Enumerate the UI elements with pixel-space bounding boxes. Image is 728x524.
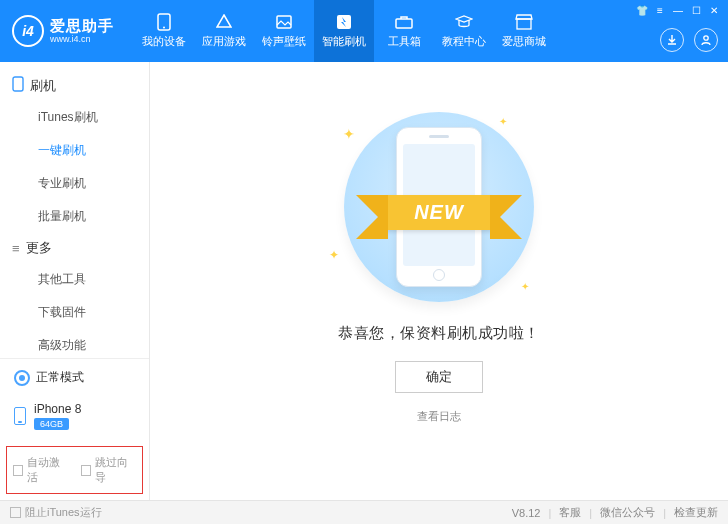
wallpaper-icon	[275, 13, 293, 31]
group-title: 更多	[26, 239, 52, 257]
device-icon	[155, 13, 173, 31]
confirm-button[interactable]: 确定	[395, 361, 483, 393]
checkbox-label: 自动激活	[27, 455, 68, 485]
sidebar-group-flash: 刷机	[0, 70, 149, 101]
nav-ringtones-wallpaper[interactable]: 铃声壁纸	[254, 0, 314, 62]
flash-options-box: 自动激活 跳过向导	[6, 446, 143, 494]
support-link[interactable]: 客服	[559, 505, 581, 520]
close-button[interactable]: ✕	[706, 2, 722, 18]
ribbon-text: NEW	[386, 195, 492, 230]
sparkle-icon: ✦	[499, 116, 507, 127]
nav-label: 智能刷机	[322, 34, 366, 49]
nav-toolbox[interactable]: 工具箱	[374, 0, 434, 62]
sparkle-icon: ✦	[329, 248, 339, 262]
checkbox-icon	[81, 465, 91, 476]
sidebar-item-pro-flash[interactable]: 专业刷机	[0, 167, 149, 200]
download-button[interactable]	[660, 28, 684, 52]
nav-my-device[interactable]: 我的设备	[134, 0, 194, 62]
mode-normal-icon	[14, 370, 30, 386]
sidebar-item-download-firmware[interactable]: 下载固件	[0, 296, 149, 329]
group-title: 刷机	[30, 77, 56, 95]
block-itunes-checkbox[interactable]: 阻止iTunes运行	[10, 505, 102, 520]
apps-icon	[215, 13, 233, 31]
nav-tutorial[interactable]: 教程中心	[434, 0, 494, 62]
svg-point-1	[163, 27, 165, 29]
more-icon: ≡	[12, 241, 20, 256]
nav-apps-games[interactable]: 应用游戏	[194, 0, 254, 62]
user-button[interactable]	[694, 28, 718, 52]
nav-smart-flash[interactable]: 智能刷机	[314, 0, 374, 62]
main-content: ✦ ✦ ✦ ✦ NEW 恭喜您，保资料刷机成功啦！ 确定 查看日志	[150, 62, 728, 500]
flash-icon	[335, 13, 353, 31]
checkbox-label: 阻止iTunes运行	[25, 505, 102, 520]
new-ribbon: NEW	[311, 190, 567, 234]
auto-activate-checkbox[interactable]: 自动激活	[13, 455, 69, 485]
nav-label: 工具箱	[388, 34, 421, 49]
window-controls: 👕 ≡ — ☐ ✕	[634, 2, 722, 18]
check-update-link[interactable]: 检查更新	[674, 505, 718, 520]
nav-label: 应用游戏	[202, 34, 246, 49]
sparkle-icon: ✦	[521, 281, 529, 292]
toolbox-icon	[395, 13, 413, 31]
device-row[interactable]: iPhone 8 64GB	[0, 396, 149, 440]
minimize-button[interactable]: —	[670, 2, 686, 18]
success-message: 恭喜您，保资料刷机成功啦！	[338, 324, 540, 343]
brand-name: 爱思助手	[50, 17, 114, 34]
nav-label: 我的设备	[142, 34, 186, 49]
status-bar: 阻止iTunes运行 V8.12 | 客服 | 微信公众号 | 检查更新	[0, 500, 728, 524]
nav-store[interactable]: 爱思商城	[494, 0, 554, 62]
brand-logo-icon: i4	[12, 15, 44, 47]
mode-label: 正常模式	[36, 369, 84, 386]
checkbox-label: 跳过向导	[95, 455, 136, 485]
phone-flash-icon	[12, 76, 24, 95]
sparkle-icon: ✦	[343, 126, 355, 142]
svg-rect-4	[396, 19, 412, 28]
sidebar-item-batch-flash[interactable]: 批量刷机	[0, 200, 149, 233]
menu-icon[interactable]: ≡	[652, 2, 668, 18]
maximize-button[interactable]: ☐	[688, 2, 704, 18]
app-header: i4 爱思助手 www.i4.cn 我的设备 应用游戏 铃声壁纸 智能刷机 工具…	[0, 0, 728, 62]
sidebar: 刷机 iTunes刷机 一键刷机 专业刷机 批量刷机 ≡ 更多 其他工具 下载固…	[0, 62, 150, 500]
sidebar-item-itunes-flash[interactable]: iTunes刷机	[0, 101, 149, 134]
checkbox-icon	[10, 507, 21, 518]
sidebar-group-more: ≡ 更多	[0, 233, 149, 263]
shirt-icon[interactable]: 👕	[634, 2, 650, 18]
wechat-link[interactable]: 微信公众号	[600, 505, 655, 520]
nav-label: 爱思商城	[502, 34, 546, 49]
skip-guide-checkbox[interactable]: 跳过向导	[81, 455, 137, 485]
device-capacity-badge: 64GB	[34, 418, 69, 430]
svg-rect-2	[277, 16, 291, 28]
store-icon	[515, 13, 533, 31]
checkbox-icon	[13, 465, 23, 476]
sidebar-item-other-tools[interactable]: 其他工具	[0, 263, 149, 296]
svg-rect-5	[517, 19, 531, 29]
view-log-link[interactable]: 查看日志	[417, 409, 461, 424]
sidebar-item-advanced[interactable]: 高级功能	[0, 329, 149, 358]
brand-block: i4 爱思助手 www.i4.cn	[12, 15, 114, 47]
svg-rect-7	[13, 77, 23, 91]
svg-point-6	[704, 36, 708, 40]
success-illustration: ✦ ✦ ✦ ✦ NEW	[329, 112, 549, 302]
nav-label: 教程中心	[442, 34, 486, 49]
device-name: iPhone 8	[34, 402, 81, 416]
tutorial-icon	[455, 13, 473, 31]
device-mode-row[interactable]: 正常模式	[0, 359, 149, 396]
device-small-icon	[14, 407, 26, 425]
sidebar-item-onekey-flash[interactable]: 一键刷机	[0, 134, 149, 167]
brand-url: www.i4.cn	[50, 34, 114, 44]
top-nav: 我的设备 应用游戏 铃声壁纸 智能刷机 工具箱 教程中心 爱思商城	[134, 0, 554, 62]
version-label: V8.12	[512, 507, 541, 519]
nav-label: 铃声壁纸	[262, 34, 306, 49]
